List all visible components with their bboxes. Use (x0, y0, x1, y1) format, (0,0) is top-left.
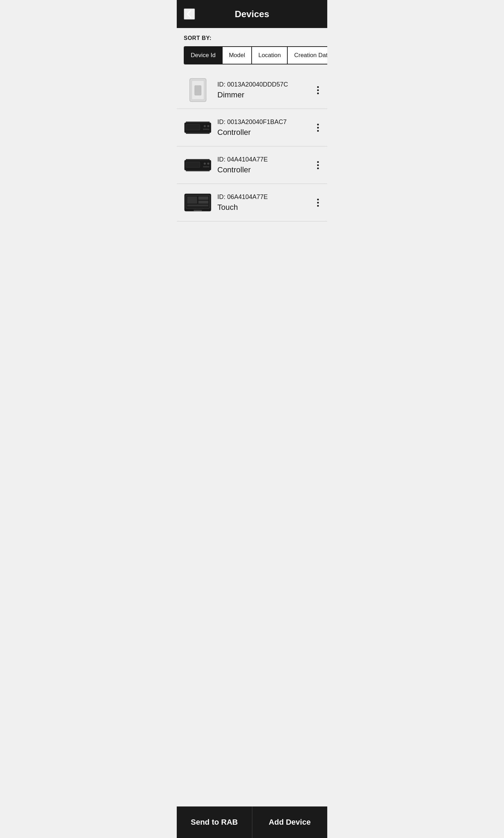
sort-model[interactable]: Model (223, 47, 252, 64)
device-more-button[interactable] (316, 85, 320, 96)
sort-section: SORT BY: Device Id Model Location Creati… (177, 28, 327, 68)
table-row: ID: 0013A20040F1BAC7 Controller (177, 109, 327, 146)
device-type-text: Dimmer (217, 90, 310, 99)
device-image (184, 153, 212, 177)
svg-rect-2 (195, 85, 201, 95)
sort-creation-date[interactable]: Creation Date (288, 47, 327, 64)
device-type-text: Touch (217, 203, 310, 212)
device-image (184, 190, 212, 215)
svg-rect-11 (186, 162, 200, 167)
device-more-button[interactable] (316, 197, 320, 208)
header: Devices (177, 0, 327, 28)
svg-rect-20 (187, 197, 197, 204)
device-more-button[interactable] (316, 122, 320, 133)
svg-rect-16 (186, 159, 210, 160)
controller-device-icon-2 (184, 157, 212, 173)
device-type-text: Controller (217, 128, 310, 137)
svg-point-12 (204, 163, 206, 165)
svg-rect-14 (203, 166, 209, 167)
device-info: ID: 0013A20040F1BAC7 Controller (217, 118, 310, 137)
svg-rect-23 (187, 205, 208, 206)
device-id-text: ID: 0013A20040DDD57C (217, 81, 310, 88)
device-list: ID: 0013A20040DDD57C Dimmer ID: 0013A200… (177, 68, 327, 221)
svg-rect-8 (186, 133, 210, 134)
touch-device-icon (184, 192, 212, 213)
table-row: ID: 06A4104A77E Touch (177, 184, 327, 221)
table-row: ID: 0013A20040DDD57C Dimmer (177, 71, 327, 109)
sort-location[interactable]: Location (252, 47, 288, 64)
device-image (184, 78, 212, 102)
device-id-text: ID: 0013A20040F1BAC7 (217, 118, 310, 126)
sort-buttons: Device Id Model Location Creation Date (184, 46, 327, 64)
device-info: ID: 0013A20040DDD57C Dimmer (217, 81, 310, 99)
svg-rect-4 (186, 124, 200, 130)
sort-device-id[interactable]: Device Id (184, 47, 223, 64)
svg-rect-7 (203, 129, 209, 130)
device-type-text: Controller (217, 165, 310, 174)
svg-point-13 (207, 163, 209, 165)
svg-rect-24 (194, 210, 202, 211)
page-title: Devices (235, 9, 269, 20)
device-more-button[interactable] (316, 160, 320, 171)
back-button[interactable] (184, 8, 195, 20)
device-id-text: ID: 06A4104A77E (217, 193, 310, 201)
device-info: ID: 06A4104A77E Touch (217, 193, 310, 212)
svg-rect-21 (198, 197, 208, 200)
device-info: ID: 04A4104A77E Controller (217, 156, 310, 174)
svg-rect-9 (186, 122, 210, 123)
device-image (184, 115, 212, 140)
table-row: ID: 04A4104A77E Controller (177, 146, 327, 184)
svg-rect-15 (186, 170, 210, 171)
dimmer-device-icon (188, 78, 208, 102)
svg-point-5 (204, 125, 206, 127)
controller-device-icon (184, 120, 212, 136)
device-id-text: ID: 04A4104A77E (217, 156, 310, 163)
svg-point-6 (207, 125, 209, 127)
sort-label: SORT BY: (184, 35, 320, 41)
svg-rect-22 (198, 201, 208, 204)
